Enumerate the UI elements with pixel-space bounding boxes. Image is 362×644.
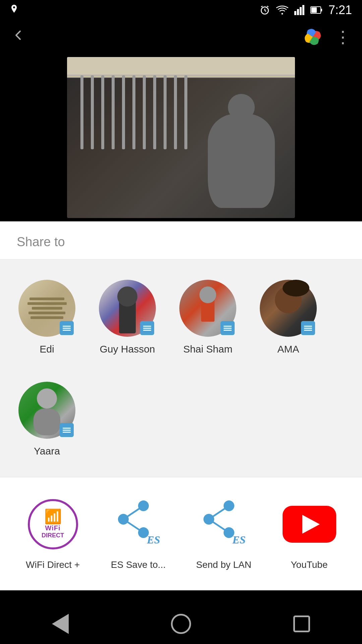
app-name-wifi: WiFi Direct + bbox=[26, 559, 80, 570]
message-badge-guy bbox=[140, 321, 154, 335]
time-display: 7:21 bbox=[328, 3, 352, 17]
send-lan-icon-wrapper: ES bbox=[197, 497, 251, 551]
svg-rect-5 bbox=[294, 11, 296, 15]
share-header: Share to bbox=[0, 221, 362, 260]
video-preview bbox=[0, 54, 362, 221]
status-bar: 7:21 bbox=[0, 0, 362, 20]
top-bar-right: ⋮ bbox=[301, 25, 352, 49]
wifi-text: WiFi bbox=[45, 524, 60, 532]
es-logo: ES bbox=[147, 534, 160, 546]
wifi-direct-icon: 📶 WiFi DIRECT bbox=[28, 499, 78, 549]
svg-line-3 bbox=[261, 6, 262, 7]
back-button[interactable] bbox=[10, 27, 26, 47]
alarm-icon bbox=[259, 5, 270, 15]
contact-avatar-wrapper-guy bbox=[99, 280, 156, 337]
top-bar: ⋮ bbox=[0, 20, 362, 54]
contact-shai[interactable]: Shai Sham bbox=[171, 273, 245, 362]
battery-icon bbox=[310, 6, 322, 14]
app-send-lan[interactable]: ES Send by LAN bbox=[181, 491, 266, 577]
wifi-direct-icon-wrapper: 📶 WiFi DIRECT bbox=[26, 497, 80, 551]
es-save-icon-wrapper: ES bbox=[112, 497, 165, 551]
svg-rect-6 bbox=[297, 9, 299, 15]
svg-rect-10 bbox=[321, 9, 322, 11]
youtube-play-icon bbox=[302, 515, 320, 534]
status-bar-right: 7:21 bbox=[259, 3, 352, 17]
back-nav-icon bbox=[52, 614, 69, 634]
message-badge-yaara bbox=[60, 423, 74, 437]
svg-rect-11 bbox=[311, 7, 317, 13]
wifi-symbol: 📶 bbox=[44, 509, 62, 524]
youtube-icon bbox=[283, 506, 336, 543]
svg-rect-8 bbox=[302, 5, 304, 15]
share-panel: Share to bbox=[0, 221, 362, 590]
svg-line-4 bbox=[267, 6, 268, 7]
video-thumbnail bbox=[67, 57, 295, 218]
location-icon bbox=[10, 5, 18, 15]
contact-guy[interactable]: Guy Hasson bbox=[90, 273, 164, 362]
contact-name-shai: Shai Sham bbox=[183, 343, 233, 355]
recents-nav-icon bbox=[293, 615, 310, 632]
message-badge-edi bbox=[60, 321, 74, 335]
google-photos-icon bbox=[301, 25, 324, 49]
wifi-icon bbox=[276, 5, 288, 15]
contact-yaara[interactable]: Yaara bbox=[10, 375, 84, 464]
message-badge-ama bbox=[301, 321, 315, 335]
svg-line-16 bbox=[123, 519, 143, 533]
svg-line-20 bbox=[209, 506, 229, 519]
contact-name-guy: Guy Hasson bbox=[100, 343, 155, 355]
contact-name-ama: AMA bbox=[277, 343, 299, 355]
recents-nav-button[interactable] bbox=[288, 610, 315, 637]
home-nav-button[interactable] bbox=[168, 610, 194, 637]
contact-avatar-wrapper-edi bbox=[18, 280, 75, 337]
share-svg-send-lan bbox=[199, 499, 239, 539]
message-badge-shai bbox=[221, 321, 235, 335]
svg-line-15 bbox=[123, 506, 143, 519]
share-svg-es-save bbox=[113, 499, 154, 539]
contact-avatar-wrapper-yaara bbox=[18, 382, 75, 439]
contact-avatar-wrapper-ama bbox=[260, 280, 317, 337]
app-wifi-direct[interactable]: 📶 WiFi DIRECT WiFi Direct + bbox=[10, 491, 96, 577]
contact-ama[interactable]: AMA bbox=[251, 273, 325, 362]
svg-line-21 bbox=[209, 519, 229, 533]
contacts-section: Edi Guy Hasson bbox=[0, 260, 362, 477]
app-name-youtube: YouTube bbox=[291, 559, 327, 570]
youtube-icon-wrapper bbox=[283, 497, 336, 551]
app-youtube[interactable]: YouTube bbox=[266, 491, 352, 577]
contact-avatar-wrapper-shai bbox=[179, 280, 236, 337]
signal-icon bbox=[294, 5, 304, 15]
contact-name-edi: Edi bbox=[40, 343, 54, 355]
app-name-send-lan: Send by LAN bbox=[196, 559, 251, 570]
share-title: Share to bbox=[17, 235, 65, 249]
send-lan-icon: ES bbox=[199, 499, 249, 549]
wifi-sub: DIRECT bbox=[42, 532, 64, 539]
navigation-bar bbox=[0, 604, 362, 644]
es-logo-lan: ES bbox=[232, 534, 245, 546]
status-bar-left bbox=[10, 5, 18, 15]
home-nav-icon bbox=[171, 614, 191, 634]
back-nav-button[interactable] bbox=[47, 610, 74, 637]
es-save-icon: ES bbox=[113, 499, 164, 549]
app-es-save[interactable]: ES ES Save to... bbox=[96, 491, 181, 577]
menu-button[interactable]: ⋮ bbox=[335, 27, 352, 47]
svg-line-2 bbox=[265, 10, 266, 11]
contact-name-yaara: Yaara bbox=[34, 445, 60, 457]
apps-section: 📶 WiFi DIRECT WiFi Direct + bbox=[0, 477, 362, 590]
contact-edi[interactable]: Edi bbox=[10, 273, 84, 362]
app-name-es-save: ES Save to... bbox=[111, 559, 166, 570]
svg-rect-7 bbox=[300, 7, 302, 15]
